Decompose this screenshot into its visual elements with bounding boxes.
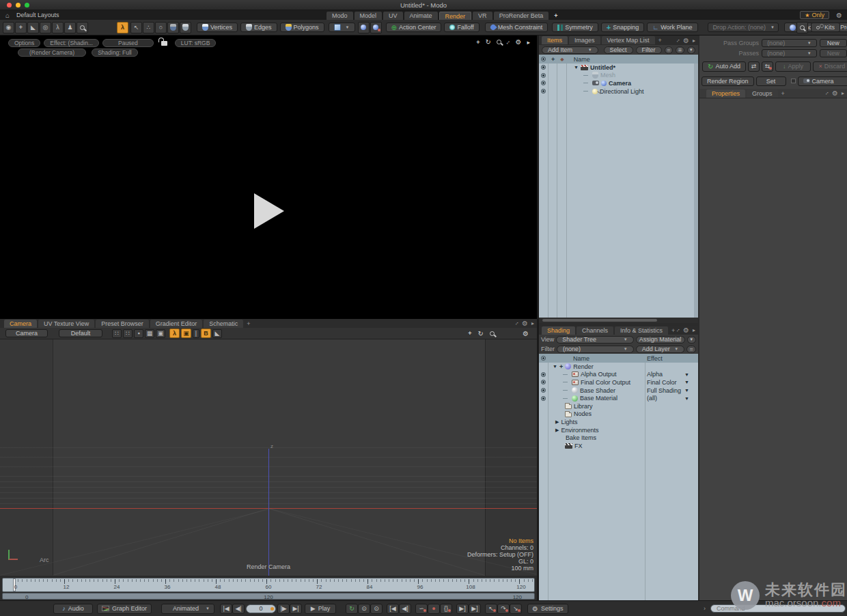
shading-dropdown[interactable]: Shading: Full <box>92 48 138 57</box>
active-tool-icon[interactable]: λ <box>117 22 128 33</box>
effect-dropdown-icon[interactable]: ▼ <box>684 396 689 401</box>
effect-dropdown-icon[interactable]: ▼ <box>684 372 689 377</box>
find-icon[interactable] <box>796 22 808 33</box>
items-menu-icon[interactable] <box>693 38 695 44</box>
workspace-tab-uv[interactable]: UV <box>383 12 403 20</box>
items-hscroll-thumb[interactable] <box>542 319 657 322</box>
items-gear-icon[interactable] <box>683 37 689 44</box>
add-view-tab[interactable]: + <box>247 320 250 327</box>
vertex-paint-icon[interactable]: ∴ <box>143 22 154 33</box>
tab-channels[interactable]: Channels <box>577 326 613 335</box>
sculpt-tool-icon[interactable]: λ <box>52 22 64 33</box>
effect-value[interactable]: Full Shading <box>647 387 681 394</box>
tab-schematic[interactable]: Schematic <box>204 320 243 328</box>
eye-icon[interactable] <box>541 81 546 85</box>
expand-panel-icon[interactable] <box>514 320 520 326</box>
command-input[interactable] <box>710 604 846 613</box>
snapping-button[interactable]: Snapping <box>601 23 644 32</box>
next-frame-button[interactable]: |▶ <box>277 604 290 614</box>
topology-state-icon[interactable] <box>370 22 382 33</box>
expand-panel-icon[interactable] <box>675 37 681 43</box>
overlay-display-icon[interactable]: ▣ <box>156 329 165 338</box>
camera-lock-icon[interactable]: ▣ <box>181 328 191 338</box>
rotate-view-icon[interactable] <box>486 38 491 46</box>
workspace-tab-prorender[interactable]: ProRender Beta <box>494 12 549 20</box>
eye-icon[interactable] <box>541 89 546 94</box>
cursor-select-icon[interactable]: ↖ <box>130 22 142 33</box>
viewport-menu-icon[interactable] <box>527 39 530 46</box>
shader-row-fx[interactable]: FX <box>539 442 698 450</box>
maximize-viewport-icon[interactable] <box>505 38 512 45</box>
eye-icon[interactable] <box>541 73 546 78</box>
layout-gear-icon[interactable] <box>836 12 842 19</box>
tab-images[interactable]: Images <box>569 36 600 44</box>
bake-display-icon[interactable]: B <box>201 328 211 338</box>
item-row-mesh[interactable]: Mesh <box>539 72 694 80</box>
shader-row-base-material[interactable]: Base Material (all) ▼ <box>539 394 698 402</box>
shading-funnel-icon[interactable] <box>687 336 696 344</box>
render-preview-viewport[interactable]: Options Effect: (Shadin... Paused LUT: s… <box>0 36 537 319</box>
set-button[interactable]: Set <box>756 76 786 86</box>
add-tab-button[interactable]: + <box>658 37 662 44</box>
next-key-button[interactable]: ▶] <box>456 604 469 614</box>
shading-gear-icon[interactable] <box>683 326 689 334</box>
select-button[interactable]: Select <box>604 46 633 54</box>
edges-mode-button[interactable]: Edges <box>240 23 277 32</box>
shader-row-base-shader[interactable]: Base Shader Full Shading ▼ <box>539 387 698 395</box>
shader-row-lights[interactable]: ▶ Lights <box>539 418 698 426</box>
collapse-icon[interactable]: = <box>665 46 673 54</box>
eye-icon[interactable] <box>541 388 546 393</box>
settings-button[interactable]: Settings <box>527 604 568 614</box>
tree-expand-icon[interactable]: ▼ <box>553 364 557 369</box>
tab-properties[interactable]: Properties <box>706 89 745 98</box>
actor-button-1[interactable]: ⊙ <box>358 604 370 614</box>
zoom-view-icon[interactable] <box>490 331 495 336</box>
filter-button[interactable]: Filter <box>636 46 662 54</box>
tab-info-statistics[interactable]: Info & Statistics <box>615 326 668 335</box>
add-layer-dropdown[interactable]: Add Layer <box>636 346 684 353</box>
apply-button[interactable]: ↓Apply <box>775 61 811 72</box>
add-workspace-tab[interactable]: + <box>554 12 557 19</box>
add-column-icon[interactable]: + <box>551 56 555 63</box>
camera-3d-view[interactable]: z Arc Render Camera No Items Channels: 0… <box>0 339 537 576</box>
funnel-icon[interactable] <box>687 46 695 54</box>
effect-value[interactable]: Final Color <box>647 379 677 386</box>
effect-value[interactable]: (all) <box>647 395 657 402</box>
pan-view-icon[interactable] <box>468 330 471 337</box>
tree-collapsed-icon[interactable]: ▶ <box>555 419 559 425</box>
filter-dropdown[interactable]: (none) <box>557 346 634 353</box>
bone-display-icon[interactable]: ❘ <box>193 329 199 338</box>
workspace-tab-vr[interactable]: VR <box>473 12 492 20</box>
eye-icon[interactable] <box>541 372 546 377</box>
items-hscroll-track[interactable] <box>539 318 698 323</box>
expand-panel-icon[interactable] <box>675 327 681 333</box>
items-vertical-scrollbar[interactable] <box>694 64 698 318</box>
mesh-constraint-button[interactable]: Mesh Constraint <box>485 23 549 32</box>
range-out-button[interactable]: ◀] <box>399 604 411 614</box>
shield-a-icon[interactable] <box>167 22 179 33</box>
workspace-tab-model[interactable]: Model <box>355 12 383 20</box>
cycle-key-icon[interactable]: ↷ <box>497 604 510 614</box>
visibility-column-icon[interactable] <box>541 356 546 361</box>
effect-value[interactable]: Alpha <box>647 371 663 378</box>
tab-items[interactable]: Items <box>542 36 568 44</box>
symmetry-button[interactable]: Symmetry <box>552 23 598 32</box>
view-gear-icon[interactable] <box>522 320 528 327</box>
pin-column-icon[interactable]: ◆ <box>560 57 564 62</box>
workspace-tab-render[interactable]: Render <box>439 12 472 20</box>
shading-menu-icon[interactable] <box>693 327 695 333</box>
revert-edit-icon[interactable]: ⇆ <box>762 61 773 72</box>
item-row-scene[interactable]: ▼ Untitled* <box>539 64 694 72</box>
shader-row-alpha-output[interactable]: Alpha Output Alpha ▼ <box>539 371 698 379</box>
item-row-directional-light[interactable]: Directional Light <box>539 87 694 96</box>
tree-collapsed-icon[interactable]: ▶ <box>555 428 559 433</box>
pen-tool-icon[interactable]: ◎ <box>40 22 51 33</box>
shader-row-environments[interactable]: ▶ Environments <box>539 426 698 434</box>
dots-display-icon[interactable]: ∷ <box>123 329 133 338</box>
home-icon[interactable] <box>5 12 10 19</box>
viewport-gear-icon[interactable] <box>516 38 522 46</box>
wireframe-display-icon[interactable]: ▦ <box>145 329 154 338</box>
stamp-tool-icon[interactable]: ♟ <box>64 22 76 33</box>
work-plane-button[interactable]: Work Plane <box>647 23 697 32</box>
lut-dropdown[interactable]: LUT: sRGB <box>175 39 217 47</box>
